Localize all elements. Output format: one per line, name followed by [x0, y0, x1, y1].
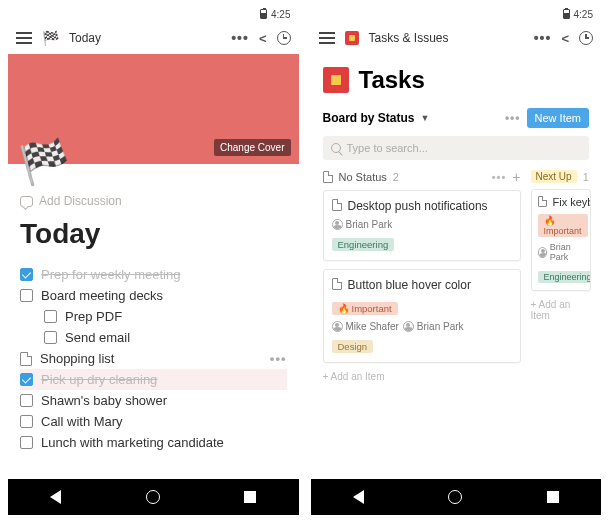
battery-icon	[260, 9, 267, 19]
board-card[interactable]: Desktop push notifications Brian Park En…	[323, 190, 521, 261]
add-discussion-button[interactable]: Add Discussion	[20, 194, 287, 208]
checkbox-icon[interactable]	[20, 415, 33, 428]
cover-image: 🏁 Change Cover	[8, 54, 299, 164]
column-count: 1	[583, 171, 589, 183]
todo-item[interactable]: Call with Mary	[20, 411, 287, 432]
checkbox-icon[interactable]	[44, 310, 57, 323]
chevron-down-icon[interactable]: ▼	[421, 113, 430, 123]
page-icon	[20, 352, 32, 366]
page-emoji-icon[interactable]: 🏁	[17, 136, 73, 190]
search-icon	[331, 143, 341, 153]
view-switcher: Board by Status ▼ ••• New Item	[323, 108, 590, 128]
search-placeholder: Type to search...	[347, 142, 428, 154]
phone-left: 4:25 🏁 Today ••• < 🏁 Change Cover Add Di…	[8, 6, 299, 515]
checkbox-icon[interactable]	[20, 436, 33, 449]
fire-icon: 🔥	[544, 215, 556, 226]
menu-icon[interactable]	[16, 32, 32, 44]
recents-icon[interactable]	[547, 491, 559, 503]
status-time: 4:25	[271, 9, 290, 20]
column-name: Next Up	[531, 170, 577, 183]
more-icon[interactable]: •••	[534, 30, 552, 46]
avatar-icon	[538, 247, 547, 258]
checkbox-icon[interactable]	[20, 394, 33, 407]
home-icon[interactable]	[448, 490, 462, 504]
avatar-icon	[332, 219, 343, 230]
checkbox-icon[interactable]	[20, 268, 33, 281]
status-time: 4:25	[574, 9, 593, 20]
menu-icon[interactable]	[319, 32, 335, 44]
row-more-icon[interactable]: •••	[270, 351, 287, 366]
change-cover-button[interactable]: Change Cover	[214, 139, 290, 156]
assignee: Mike Shafer	[332, 321, 399, 332]
status-bar: 4:25	[8, 6, 299, 22]
column-count: 2	[393, 171, 399, 183]
board-columns: No Status 2 ••• + Desktop push notificat…	[323, 170, 590, 382]
page-icon	[323, 171, 333, 183]
view-more-icon[interactable]: •••	[505, 111, 521, 125]
avatar-icon	[332, 321, 343, 332]
home-icon[interactable]	[146, 490, 160, 504]
page-icon	[332, 199, 342, 211]
page-icon	[332, 278, 342, 290]
page-title[interactable]: Today	[20, 218, 287, 250]
share-icon[interactable]: <	[259, 31, 267, 46]
fire-icon: 🔥	[338, 303, 350, 314]
add-item-button[interactable]: Add an Item	[531, 299, 591, 321]
checkbox-icon[interactable]	[20, 289, 33, 302]
app-header: Tasks & Issues ••• <	[311, 22, 602, 54]
avatar-icon	[403, 321, 414, 332]
history-icon[interactable]	[277, 31, 291, 45]
checkbox-icon[interactable]	[44, 331, 57, 344]
tag-pill: Engineering	[332, 238, 395, 251]
tag-pill: Engineering	[538, 271, 591, 283]
checkbox-icon[interactable]	[20, 373, 33, 386]
todo-item[interactable]: Prep for weekly meeting	[20, 264, 287, 285]
battery-icon	[563, 9, 570, 19]
tag-pill: 🔥Important	[332, 302, 398, 315]
status-bar: 4:25	[311, 6, 602, 22]
phone-right: 4:25 Tasks & Issues ••• < Tasks Board by…	[311, 6, 602, 515]
board-column-next-up: Next Up 1 Fix keyboa 🔥Important Brian Pa…	[531, 170, 591, 382]
board-card[interactable]: Button blue hover color 🔥Important Mike …	[323, 269, 521, 363]
todo-item[interactable]: Board meeting decks	[20, 285, 287, 306]
back-icon[interactable]	[50, 490, 61, 504]
column-add-icon[interactable]: +	[512, 170, 520, 184]
search-input[interactable]: Type to search...	[323, 136, 590, 160]
breadcrumb-title[interactable]: Today	[69, 31, 101, 45]
page-content: Tasks Board by Status ▼ ••• New Item Typ…	[311, 54, 602, 479]
android-nav-bar	[311, 479, 602, 515]
recents-icon[interactable]	[244, 491, 256, 503]
page-title[interactable]: Tasks	[359, 66, 425, 94]
share-icon[interactable]: <	[561, 31, 569, 46]
history-icon[interactable]	[579, 31, 593, 45]
back-icon[interactable]	[353, 490, 364, 504]
assignee: Brian Park	[538, 242, 584, 262]
todo-item[interactable]: Lunch with marketing candidate	[20, 432, 287, 453]
view-name[interactable]: Board by Status	[323, 111, 415, 125]
todo-item[interactable]: Shawn's baby shower	[20, 390, 287, 411]
page-link-item[interactable]: Shopping list•••	[20, 348, 287, 369]
tag-pill: 🔥Important	[538, 214, 588, 237]
column-name: No Status	[339, 171, 387, 183]
column-header[interactable]: Next Up 1	[531, 170, 591, 183]
more-icon[interactable]: •••	[231, 30, 249, 46]
page-icon	[538, 196, 547, 207]
android-nav-bar	[8, 479, 299, 515]
todo-item[interactable]: Send email	[20, 327, 287, 348]
comment-icon	[20, 196, 33, 207]
tasks-icon	[345, 31, 359, 45]
add-discussion-label: Add Discussion	[39, 194, 122, 208]
board-card[interactable]: Fix keyboa 🔥Important Brian Park Enginee…	[531, 189, 591, 291]
new-item-button[interactable]: New Item	[527, 108, 589, 128]
todo-item[interactable]: Pick up dry cleaning	[20, 369, 287, 390]
page-content: Add Discussion Today Prep for weekly mee…	[8, 164, 299, 479]
column-header[interactable]: No Status 2 ••• +	[323, 170, 521, 184]
column-more-icon[interactable]: •••	[492, 171, 507, 183]
assignee: Brian Park	[403, 321, 464, 332]
add-item-button[interactable]: Add an Item	[323, 371, 521, 382]
tag-pill: Design	[332, 340, 374, 353]
page-header: Tasks	[323, 66, 590, 94]
todo-item[interactable]: Prep PDF	[20, 306, 287, 327]
tasks-icon[interactable]	[323, 67, 349, 93]
breadcrumb-title[interactable]: Tasks & Issues	[369, 31, 449, 45]
